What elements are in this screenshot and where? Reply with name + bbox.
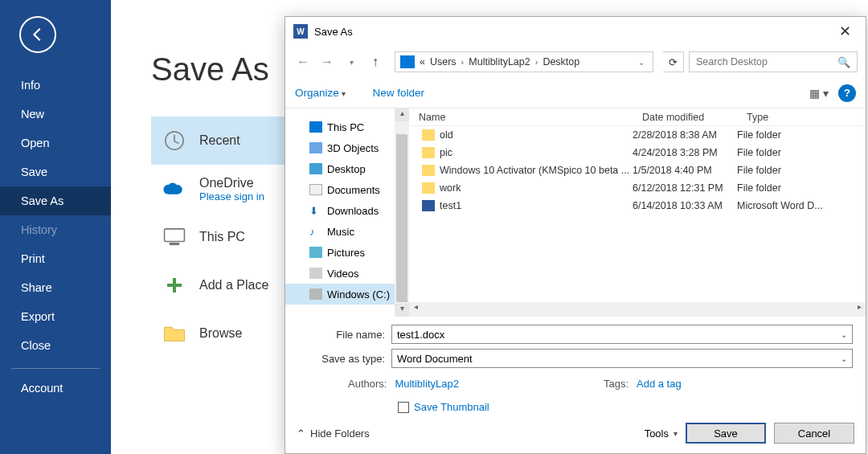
tree-scrollbar[interactable]: ▴▾ xyxy=(395,108,409,317)
savetype-select[interactable]: Word Document ⌄ xyxy=(391,349,853,368)
sidebar-item-save[interactable]: Save xyxy=(0,157,111,186)
nav-recent-drop[interactable]: ▾ xyxy=(342,52,361,72)
address-bar[interactable]: « Users › MultiblityLap2 › Desktop ⌄ xyxy=(395,51,653,72)
refresh-button[interactable]: ⟳ xyxy=(663,51,684,72)
filename-input[interactable] xyxy=(397,329,841,341)
tree-drive-c[interactable]: Windows (C:) xyxy=(285,284,409,305)
dialog-command-bar: Organize New folder ▦ ▾ ? xyxy=(285,78,866,108)
address-dropdown[interactable]: ⌄ xyxy=(635,58,648,67)
save-button[interactable]: Save xyxy=(686,423,766,444)
sidebar-item-share[interactable]: Share xyxy=(0,273,111,302)
file-row[interactable]: Windows 10 Activator (KMSpico 10 beta ..… xyxy=(409,162,866,179)
location-browse-label: Browse xyxy=(199,326,242,341)
sidebar-item-print[interactable]: Print xyxy=(0,244,111,273)
saveas-dialog: W Save As ✕ ← → ▾ ↑ « Users › Multiblity… xyxy=(285,16,866,454)
dialog-footer: ⌃Hide Folders Tools▾ Save Cancel xyxy=(285,413,866,453)
nav-up[interactable]: ↑ xyxy=(366,52,385,72)
chevron-right-icon[interactable]: › xyxy=(535,57,538,67)
close-button[interactable]: ✕ xyxy=(830,22,859,40)
word-icon: W xyxy=(293,24,308,39)
nav-forward[interactable]: → xyxy=(317,52,337,72)
sidebar-item-info[interactable]: Info xyxy=(0,71,111,100)
search-icon[interactable]: 🔍 xyxy=(837,56,850,68)
cloud-icon xyxy=(162,177,186,201)
folder-icon xyxy=(422,129,435,141)
word-icon xyxy=(422,200,435,211)
pictures-icon xyxy=(309,247,322,258)
svg-rect-2 xyxy=(170,243,179,245)
file-list: Name Date modified Type old2/28/2018 8:3… xyxy=(409,108,866,317)
sidebar-item-saveas[interactable]: Save As xyxy=(0,186,111,215)
sidebar-item-close[interactable]: Close xyxy=(0,331,111,360)
3d-icon xyxy=(309,142,322,153)
filename-label: File name: xyxy=(298,329,391,341)
backstage-sidebar: Info New Open Save Save As History Print… xyxy=(0,0,111,454)
new-folder-button[interactable]: New folder xyxy=(373,87,425,99)
scroll-left-icon[interactable]: ◂ xyxy=(409,302,422,317)
location-onedrive-label: OneDrive xyxy=(199,176,264,190)
file-row[interactable]: test16/14/2018 10:33 AMMicrosoft Word D.… xyxy=(409,197,866,215)
file-row[interactable]: pic4/24/2018 3:28 PMFile folder xyxy=(409,144,866,162)
file-type: Microsoft Word D... xyxy=(737,200,866,211)
clock-icon xyxy=(162,129,186,153)
help-icon[interactable]: ? xyxy=(838,84,856,102)
folder-icon xyxy=(422,165,435,176)
sidebar-item-new[interactable]: New xyxy=(0,100,111,129)
documents-icon xyxy=(309,184,322,195)
col-name[interactable]: Name xyxy=(409,108,633,125)
sidebar-item-history[interactable]: History xyxy=(0,215,111,244)
music-icon: ♪ xyxy=(309,226,322,237)
organize-menu[interactable]: Organize xyxy=(295,87,346,99)
chevron-down-icon[interactable]: ⌄ xyxy=(841,330,847,339)
crumb-overflow[interactable]: « xyxy=(420,56,425,67)
crumb-1[interactable]: MultiblityLap2 xyxy=(469,56,530,67)
col-date[interactable]: Date modified xyxy=(633,108,737,125)
crumb-2[interactable]: Desktop xyxy=(542,56,579,67)
scroll-right-icon[interactable]: ▸ xyxy=(853,302,866,317)
dialog-titlebar: W Save As ✕ xyxy=(285,17,866,46)
checkbox-icon[interactable] xyxy=(398,402,409,413)
sidebar-separator xyxy=(11,368,100,369)
save-thumbnail-check[interactable]: Save Thumbnail xyxy=(398,401,853,413)
search-box[interactable]: 🔍 xyxy=(689,51,858,72)
hide-folders-toggle[interactable]: ⌃Hide Folders xyxy=(297,427,370,440)
authors-value[interactable]: MultiblityLap2 xyxy=(395,378,459,390)
scroll-down-icon[interactable]: ▾ xyxy=(395,304,409,317)
cancel-button[interactable]: Cancel xyxy=(774,423,854,444)
file-row[interactable]: old2/28/2018 8:38 AMFile folder xyxy=(409,126,866,144)
folder-icon xyxy=(162,321,186,346)
savetype-value: Word Document xyxy=(397,353,473,365)
view-options[interactable]: ▦ ▾ xyxy=(809,87,829,100)
hscrollbar[interactable]: ◂▸ xyxy=(409,302,866,317)
location-thispc-label: This PC xyxy=(199,230,245,244)
sidebar-item-export[interactable]: Export xyxy=(0,302,111,331)
back-button[interactable] xyxy=(19,16,56,53)
location-onedrive-sub[interactable]: Please sign in xyxy=(199,190,264,202)
sidebar-item-account[interactable]: Account xyxy=(0,374,111,403)
col-type[interactable]: Type xyxy=(737,108,866,125)
scroll-up-icon[interactable]: ▴ xyxy=(395,108,409,121)
desktop-icon xyxy=(309,163,322,174)
crumb-0[interactable]: Users xyxy=(430,56,457,67)
file-name: pic xyxy=(440,147,452,158)
tags-add[interactable]: Add a tag xyxy=(637,378,682,390)
location-addplace-label: Add a Place xyxy=(199,278,268,292)
file-date: 6/14/2018 10:33 AM xyxy=(633,200,737,211)
sidebar-item-open[interactable]: Open xyxy=(0,129,111,157)
tools-menu[interactable]: Tools▾ xyxy=(645,427,678,440)
pc-icon xyxy=(162,225,186,249)
nav-back[interactable]: ← xyxy=(293,52,313,72)
file-date: 4/24/2018 3:28 PM xyxy=(633,147,737,158)
chevron-down-icon[interactable]: ⌄ xyxy=(841,354,847,363)
dialog-title: Save As xyxy=(314,26,830,38)
file-row[interactable]: work6/12/2018 12:31 PMFile folder xyxy=(409,179,866,197)
filename-field[interactable]: ⌄ xyxy=(391,325,853,344)
file-name: Windows 10 Activator (KMSpico 10 beta ..… xyxy=(440,165,629,176)
save-thumbnail-label: Save Thumbnail xyxy=(414,401,489,413)
chevron-right-icon[interactable]: › xyxy=(461,57,465,67)
pc-icon xyxy=(400,55,415,68)
file-date: 1/5/2018 4:40 PM xyxy=(633,165,737,176)
search-input[interactable] xyxy=(696,56,825,67)
file-date: 6/12/2018 12:31 PM xyxy=(633,182,737,194)
plus-icon xyxy=(162,273,186,297)
